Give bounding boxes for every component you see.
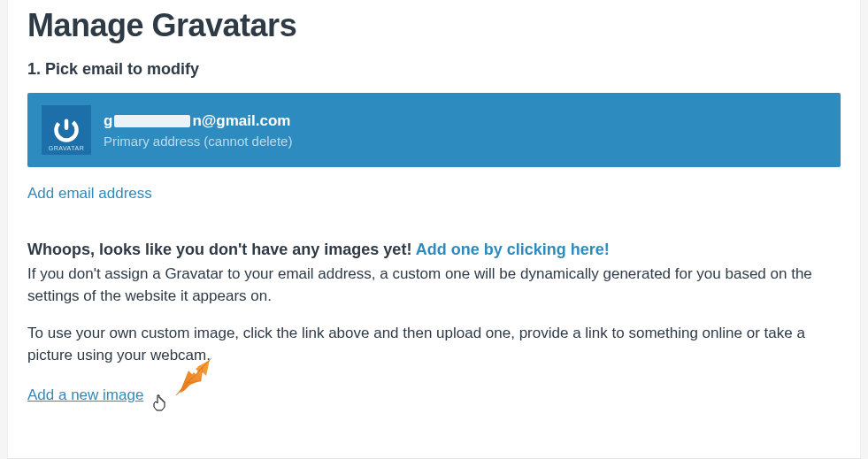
add-new-image-link[interactable]: Add a new image <box>27 386 143 404</box>
page-title: Manage Gravatars <box>27 0 841 44</box>
add-email-link[interactable]: Add email address <box>27 185 152 203</box>
info-paragraph-2: To use your own custom image, click the … <box>27 323 841 366</box>
cursor-icon <box>153 394 167 412</box>
svg-rect-1 <box>65 119 68 130</box>
email-prefix: g <box>104 112 112 130</box>
email-card[interactable]: GRAVATAR g n@gmail.com Primary address (… <box>27 93 841 167</box>
add-one-link[interactable]: Add one by clicking here! <box>416 241 610 258</box>
gravatar-icon <box>52 116 81 144</box>
email-info: g n@gmail.com Primary address (cannot de… <box>104 112 292 149</box>
whoops-message: Whoops, looks like you don't have any im… <box>27 238 841 262</box>
step-heading: 1. Pick email to modify <box>27 60 841 79</box>
avatar-label: GRAVATAR <box>49 145 84 151</box>
email-subtitle: Primary address (cannot delete) <box>104 134 292 149</box>
whoops-bold: Whoops, looks like you don't have any im… <box>27 241 416 258</box>
page-container: Manage Gravatars 1. Pick email to modify… <box>7 0 861 459</box>
email-address: g n@gmail.com <box>104 112 292 130</box>
email-redacted <box>114 115 190 127</box>
info-paragraph-1: If you don't assign a Gravatar to your e… <box>27 264 841 307</box>
gravatar-avatar: GRAVATAR <box>42 105 91 155</box>
email-suffix: n@gmail.com <box>192 112 290 130</box>
